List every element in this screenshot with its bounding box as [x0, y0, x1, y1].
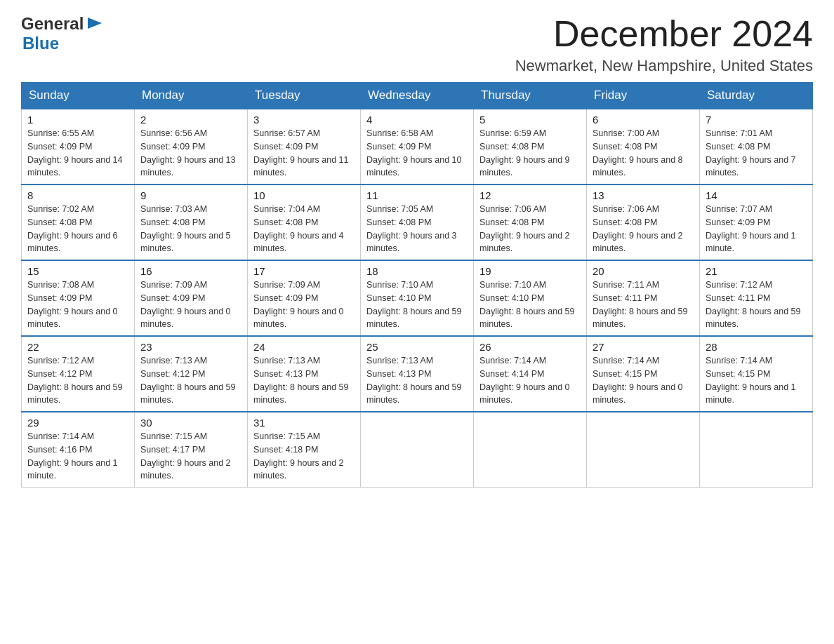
day-number: 12 — [479, 189, 581, 201]
calendar-cell: 7Sunrise: 7:01 AMSunset: 4:08 PMDaylight… — [700, 109, 813, 185]
day-number: 17 — [253, 265, 355, 277]
day-number: 5 — [479, 114, 581, 126]
calendar-cell: 17Sunrise: 7:09 AMSunset: 4:09 PMDayligh… — [248, 260, 361, 336]
day-info: Sunrise: 7:00 AMSunset: 4:08 PMDaylight:… — [593, 127, 694, 180]
calendar-cell — [474, 412, 587, 488]
calendar-cell: 27Sunrise: 7:14 AMSunset: 4:15 PMDayligh… — [587, 336, 700, 412]
day-number: 27 — [593, 341, 694, 353]
calendar-cell: 29Sunrise: 7:14 AMSunset: 4:16 PMDayligh… — [22, 412, 135, 488]
calendar-cell: 18Sunrise: 7:10 AMSunset: 4:10 PMDayligh… — [361, 260, 474, 336]
day-info: Sunrise: 7:06 AMSunset: 4:08 PMDaylight:… — [479, 203, 581, 255]
day-info: Sunrise: 7:14 AMSunset: 4:15 PMDaylight:… — [593, 354, 694, 407]
day-info: Sunrise: 6:58 AMSunset: 4:09 PMDaylight:… — [366, 127, 468, 180]
calendar-header-row: SundayMondayTuesdayWednesdayThursdayFrid… — [22, 83, 813, 109]
day-number: 2 — [140, 114, 241, 126]
calendar-cell: 1Sunrise: 6:55 AMSunset: 4:09 PMDaylight… — [22, 109, 135, 185]
calendar-cell: 3Sunrise: 6:57 AMSunset: 4:09 PMDaylight… — [248, 109, 361, 185]
day-info: Sunrise: 7:14 AMSunset: 4:16 PMDaylight:… — [27, 430, 128, 483]
day-number: 19 — [479, 265, 581, 277]
day-number: 7 — [706, 114, 807, 126]
calendar-cell: 19Sunrise: 7:10 AMSunset: 4:10 PMDayligh… — [474, 260, 587, 336]
calendar-cell: 12Sunrise: 7:06 AMSunset: 4:08 PMDayligh… — [474, 185, 587, 260]
day-info: Sunrise: 7:09 AMSunset: 4:09 PMDaylight:… — [253, 279, 355, 331]
title-block: December 2024 Newmarket, New Hampshire, … — [515, 14, 813, 75]
calendar-cell: 10Sunrise: 7:04 AMSunset: 4:08 PMDayligh… — [248, 185, 361, 260]
day-number: 14 — [706, 189, 807, 201]
calendar-cell: 16Sunrise: 7:09 AMSunset: 4:09 PMDayligh… — [135, 260, 248, 336]
day-info: Sunrise: 7:10 AMSunset: 4:10 PMDaylight:… — [366, 279, 468, 331]
day-info: Sunrise: 7:15 AMSunset: 4:18 PMDaylight:… — [253, 430, 355, 483]
day-number: 15 — [27, 265, 128, 277]
day-number: 24 — [253, 341, 355, 353]
calendar-week-row: 22Sunrise: 7:12 AMSunset: 4:12 PMDayligh… — [22, 336, 813, 412]
logo-general-text: General — [21, 14, 84, 34]
calendar-cell: 4Sunrise: 6:58 AMSunset: 4:09 PMDaylight… — [361, 109, 474, 185]
day-number: 21 — [706, 265, 807, 277]
calendar-week-row: 15Sunrise: 7:08 AMSunset: 4:09 PMDayligh… — [22, 260, 813, 336]
day-number: 13 — [593, 189, 694, 201]
calendar-cell: 9Sunrise: 7:03 AMSunset: 4:08 PMDaylight… — [135, 185, 248, 260]
calendar-cell: 8Sunrise: 7:02 AMSunset: 4:08 PMDaylight… — [22, 185, 135, 260]
calendar-cell: 15Sunrise: 7:08 AMSunset: 4:09 PMDayligh… — [22, 260, 135, 336]
day-number: 31 — [253, 417, 355, 429]
day-info: Sunrise: 7:04 AMSunset: 4:08 PMDaylight:… — [253, 203, 355, 255]
day-number: 23 — [140, 341, 241, 353]
calendar-cell: 11Sunrise: 7:05 AMSunset: 4:08 PMDayligh… — [361, 185, 474, 260]
day-number: 25 — [366, 341, 468, 353]
day-info: Sunrise: 7:09 AMSunset: 4:09 PMDaylight:… — [140, 279, 241, 331]
calendar-week-row: 29Sunrise: 7:14 AMSunset: 4:16 PMDayligh… — [22, 412, 813, 488]
calendar-header-thursday: Thursday — [474, 83, 587, 109]
page-header: General Blue December 2024 Newmarket, Ne… — [21, 14, 813, 75]
day-number: 18 — [366, 265, 468, 277]
day-number: 1 — [27, 114, 128, 126]
day-info: Sunrise: 7:05 AMSunset: 4:08 PMDaylight:… — [366, 203, 468, 255]
day-number: 6 — [593, 114, 694, 126]
day-number: 30 — [140, 417, 241, 429]
calendar-header-monday: Monday — [135, 83, 248, 109]
day-info: Sunrise: 7:15 AMSunset: 4:17 PMDaylight:… — [140, 430, 241, 483]
day-number: 20 — [593, 265, 694, 277]
day-info: Sunrise: 7:08 AMSunset: 4:09 PMDaylight:… — [27, 279, 128, 331]
calendar-cell: 25Sunrise: 7:13 AMSunset: 4:13 PMDayligh… — [361, 336, 474, 412]
calendar-cell — [587, 412, 700, 488]
calendar-cell: 23Sunrise: 7:13 AMSunset: 4:12 PMDayligh… — [135, 336, 248, 412]
day-info: Sunrise: 6:59 AMSunset: 4:08 PMDaylight:… — [479, 127, 581, 180]
day-number: 29 — [27, 417, 128, 429]
calendar-table: SundayMondayTuesdayWednesdayThursdayFrid… — [21, 82, 813, 488]
month-title: December 2024 — [515, 14, 813, 54]
calendar-cell: 21Sunrise: 7:12 AMSunset: 4:11 PMDayligh… — [700, 260, 813, 336]
day-info: Sunrise: 7:13 AMSunset: 4:12 PMDaylight:… — [140, 354, 241, 407]
location-title: Newmarket, New Hampshire, United States — [515, 57, 813, 75]
day-number: 28 — [706, 341, 807, 353]
day-info: Sunrise: 7:10 AMSunset: 4:10 PMDaylight:… — [479, 279, 581, 331]
calendar-cell: 22Sunrise: 7:12 AMSunset: 4:12 PMDayligh… — [22, 336, 135, 412]
day-info: Sunrise: 7:13 AMSunset: 4:13 PMDaylight:… — [253, 354, 355, 407]
day-number: 11 — [366, 189, 468, 201]
day-number: 9 — [140, 189, 241, 201]
day-info: Sunrise: 7:06 AMSunset: 4:08 PMDaylight:… — [593, 203, 694, 255]
day-number: 10 — [253, 189, 355, 201]
day-info: Sunrise: 6:55 AMSunset: 4:09 PMDaylight:… — [27, 127, 128, 180]
calendar-week-row: 8Sunrise: 7:02 AMSunset: 4:08 PMDaylight… — [22, 185, 813, 260]
day-number: 8 — [27, 189, 128, 201]
svg-marker-0 — [88, 18, 102, 29]
day-number: 22 — [27, 341, 128, 353]
calendar-header-saturday: Saturday — [700, 83, 813, 109]
calendar-cell: 26Sunrise: 7:14 AMSunset: 4:14 PMDayligh… — [474, 336, 587, 412]
calendar-week-row: 1Sunrise: 6:55 AMSunset: 4:09 PMDaylight… — [22, 109, 813, 185]
day-info: Sunrise: 7:07 AMSunset: 4:09 PMDaylight:… — [706, 203, 807, 255]
day-info: Sunrise: 6:56 AMSunset: 4:09 PMDaylight:… — [140, 127, 241, 180]
calendar-cell: 6Sunrise: 7:00 AMSunset: 4:08 PMDaylight… — [587, 109, 700, 185]
day-info: Sunrise: 7:13 AMSunset: 4:13 PMDaylight:… — [366, 354, 468, 407]
day-number: 3 — [253, 114, 355, 126]
day-info: Sunrise: 7:02 AMSunset: 4:08 PMDaylight:… — [27, 203, 128, 255]
calendar-cell — [361, 412, 474, 488]
day-info: Sunrise: 7:11 AMSunset: 4:11 PMDaylight:… — [593, 279, 694, 331]
day-info: Sunrise: 7:14 AMSunset: 4:14 PMDaylight:… — [479, 354, 581, 407]
calendar-cell: 20Sunrise: 7:11 AMSunset: 4:11 PMDayligh… — [587, 260, 700, 336]
day-info: Sunrise: 7:12 AMSunset: 4:12 PMDaylight:… — [27, 354, 128, 407]
calendar-header-wednesday: Wednesday — [361, 83, 474, 109]
calendar-cell: 28Sunrise: 7:14 AMSunset: 4:15 PMDayligh… — [700, 336, 813, 412]
logo-arrow-icon — [85, 15, 105, 32]
day-number: 26 — [479, 341, 581, 353]
